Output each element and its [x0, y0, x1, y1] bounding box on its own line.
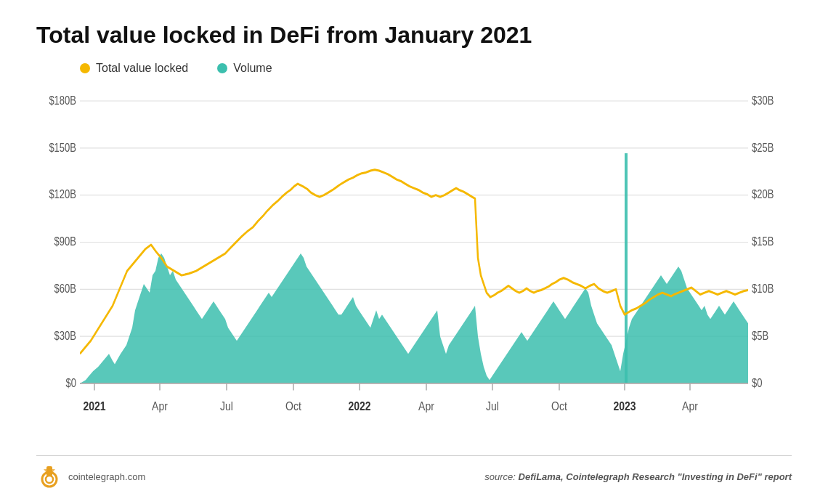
- svg-text:$90B: $90B: [54, 235, 76, 248]
- svg-text:Oct: Oct: [285, 399, 301, 412]
- svg-text:$30B: $30B: [752, 94, 774, 106]
- legend-dot-tvl: [80, 63, 90, 73]
- svg-text:$0: $0: [752, 376, 762, 389]
- svg-text:$180B: $180B: [49, 94, 76, 106]
- legend-label-volume: Volume: [233, 62, 272, 75]
- legend-item-tvl: Total value locked: [80, 62, 188, 75]
- svg-rect-22: [625, 153, 628, 383]
- svg-text:Apr: Apr: [682, 399, 698, 412]
- svg-text:Oct: Oct: [551, 399, 567, 412]
- cointelegraph-logo-icon: [36, 463, 62, 489]
- svg-text:$15B: $15B: [752, 235, 774, 248]
- svg-point-45: [46, 476, 53, 483]
- svg-text:$120B: $120B: [49, 188, 76, 200]
- svg-text:Jul: Jul: [220, 399, 233, 412]
- svg-text:$150B: $150B: [49, 141, 76, 153]
- svg-text:Apr: Apr: [418, 399, 434, 412]
- svg-text:Apr: Apr: [152, 399, 168, 412]
- svg-text:2021: 2021: [83, 399, 105, 412]
- svg-text:$60B: $60B: [54, 283, 76, 295]
- svg-text:$0: $0: [66, 376, 76, 389]
- legend-dot-volume: [217, 63, 227, 73]
- footer-logo: cointelegraph.com: [36, 463, 145, 489]
- chart-title: Total value locked in DeFi from January …: [36, 22, 792, 49]
- footer-site: cointelegraph.com: [68, 471, 145, 482]
- chart-area: $180B $150B $120B $90B $60B $30B $0 $30B…: [36, 84, 792, 450]
- chart-svg: $180B $150B $120B $90B $60B $30B $0 $30B…: [36, 84, 792, 450]
- footer-source: source: DefiLama, Cointelegraph Research…: [484, 471, 792, 482]
- svg-text:$10B: $10B: [752, 283, 774, 295]
- svg-text:$25B: $25B: [752, 141, 774, 153]
- svg-text:2023: 2023: [613, 399, 636, 412]
- legend-item-volume: Volume: [217, 62, 272, 75]
- chart-legend: Total value locked Volume: [80, 62, 792, 75]
- svg-text:Jul: Jul: [486, 399, 499, 412]
- svg-text:$20B: $20B: [752, 188, 774, 200]
- svg-text:$30B: $30B: [54, 330, 76, 342]
- footer: cointelegraph.com source: DefiLama, Coin…: [36, 455, 792, 489]
- svg-text:2022: 2022: [348, 399, 370, 412]
- svg-text:$5B: $5B: [752, 330, 768, 342]
- legend-label-tvl: Total value locked: [96, 62, 188, 75]
